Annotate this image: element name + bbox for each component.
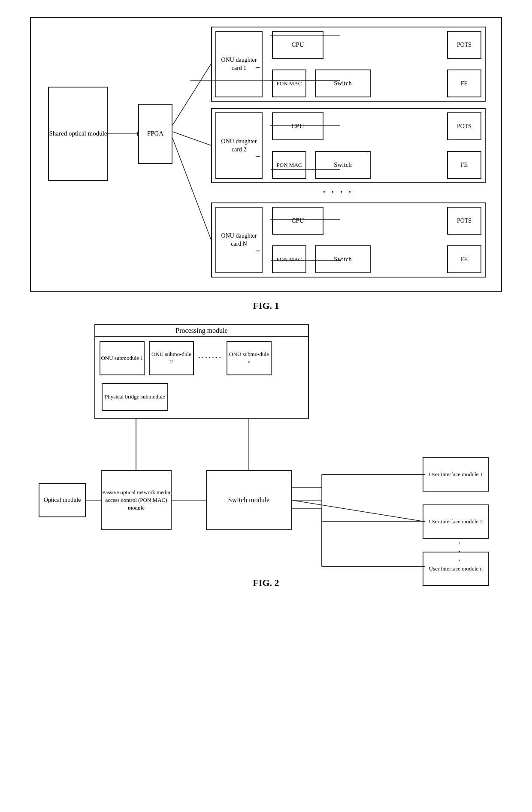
pots-box-1: POTS (447, 31, 481, 59)
page: Shared optical module FPGA ONU daughter … (0, 0, 532, 610)
switch-box-2: Switch (315, 151, 371, 179)
processing-module-inner: ONU submodule 1 ONU submo-dule 2 ·······… (95, 337, 308, 415)
ui-module-1: User interface module 1 (423, 457, 489, 492)
onu-card-n-label: ONU daughter card N (215, 207, 263, 273)
svg-line-22 (292, 500, 425, 522)
cpu-box-n: CPU (272, 207, 323, 235)
pon-mac-box-1: PON MAC (272, 69, 306, 97)
pots-box-2: POTS (447, 112, 481, 140)
processing-module: Processing module ONU submodule 1 ONU su… (94, 324, 309, 419)
svg-line-3 (172, 132, 211, 145)
onu-card-2-label: ONU daughter card 2 (215, 112, 263, 179)
physical-bridge-submodule: Physical bridge submodule (102, 383, 168, 411)
svg-line-4 (172, 138, 211, 240)
optical-module: Optical module (39, 483, 86, 517)
fig1-dots: · · · · (323, 185, 353, 199)
pon-mac-box-2: PON MAC (272, 151, 306, 179)
shared-optical-module: Shared optical module (48, 87, 108, 181)
ui-module-n: User interface module n (423, 552, 489, 586)
fpga-label: FPGA (147, 130, 163, 138)
switch-box-1: Switch (315, 69, 371, 97)
onu-card-1-label: ONU daughter card 1 (215, 31, 263, 97)
fe-box-n: FE (447, 245, 481, 273)
onu-submodule-n: ONU submo-dule n (227, 341, 272, 375)
fig2-diagram: Processing module ONU submodule 1 ONU su… (30, 324, 502, 573)
pots-box-n: POTS (447, 207, 481, 235)
svg-line-2 (172, 64, 211, 125)
fig1-caption: FIG. 1 (9, 300, 523, 311)
fe-box-1: FE (447, 69, 481, 97)
fe-box-2: FE (447, 151, 481, 179)
pon-mac-module: Passive optical network media access con… (101, 470, 172, 530)
shared-optical-label: Shared optical module (49, 130, 107, 138)
ui-module-2: User interface module 2 (423, 504, 489, 539)
onu-group-n: ONU daughter card N CPU POTS PON MAC Swi… (211, 202, 486, 278)
processing-dots: ······· (198, 341, 222, 363)
onu-group-1: ONU daughter card 1 CPU POTS PON MAC Swi… (211, 27, 486, 102)
switch-box-n: Switch (315, 245, 371, 273)
onu-submodule-1: ONU submodule 1 (100, 341, 145, 375)
fpga-box: FPGA (138, 104, 172, 164)
fig1-diagram: Shared optical module FPGA ONU daughter … (30, 17, 502, 292)
pon-mac-box-n: PON MAC (272, 245, 306, 273)
processing-module-title: Processing module (95, 325, 308, 337)
switch-module: Switch module (206, 470, 292, 530)
onu-group-2: ONU daughter card 2 CPU POTS PON MAC Swi… (211, 108, 486, 183)
onu-submodule-2: ONU submo-dule 2 (149, 341, 194, 375)
cpu-box-2: CPU (272, 112, 323, 140)
cpu-box-1: CPU (272, 31, 323, 59)
